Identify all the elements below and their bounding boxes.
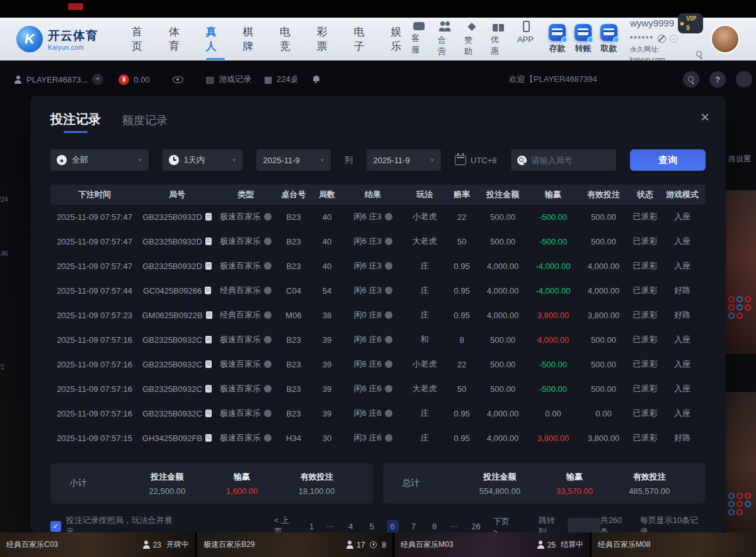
cell-play-text: 大老虎 [413,383,437,394]
nav-item[interactable]: 首页 [131,21,152,57]
quick-action[interactable]: 合营 [438,21,453,57]
quick-action[interactable]: APP [517,21,534,57]
info-icon[interactable] [264,360,272,368]
copy-icon[interactable] [205,238,212,245]
info-icon[interactable] [264,385,272,393]
viewers-icon [537,541,545,549]
tables-button[interactable]: ▦ 224桌 [264,74,299,85]
info-icon[interactable] [385,385,392,393]
refresh-circle-icon[interactable]: v [670,35,678,43]
cell-table: H34 [276,434,311,443]
copy-icon[interactable] [206,311,212,319]
info-icon[interactable] [264,262,272,270]
page-button[interactable]: 7 [408,520,420,533]
cell-rounds: 39 [311,384,343,394]
nav-item[interactable]: 娱乐 [390,21,411,57]
info-icon[interactable] [385,410,392,417]
info-icon[interactable] [385,287,392,294]
copy-icon[interactable] [205,434,212,442]
page-button[interactable]: 1 [306,520,318,533]
cell-type-text: 极速百家乐 [220,359,261,370]
page-button[interactable]: 8 [428,520,440,533]
info-icon[interactable] [385,434,392,442]
wallet-action[interactable]: 取款 [600,24,617,54]
balance-chip[interactable]: ¥ 0.00 [118,74,149,85]
page-button[interactable]: 6 [387,520,399,533]
eye-off-icon[interactable] [658,35,666,43]
info-icon[interactable] [385,360,392,368]
round-search-input[interactable] [532,156,610,165]
spade-icon: ♠ [57,155,67,165]
chevron-down-icon: ▼ [92,74,103,85]
cell-round: GB2325B0932C [139,335,215,345]
info-icon[interactable] [264,213,272,221]
info-icon[interactable] [264,336,272,343]
cell-mode: 入座 [662,408,703,419]
query-button[interactable]: 查询 [630,149,706,171]
range-select[interactable]: 1天内 ▼ [163,149,243,171]
nav-item[interactable]: 电竞 [279,21,301,57]
copy-icon[interactable] [205,336,212,343]
page-button[interactable]: 4 [345,520,357,533]
bell-icon[interactable] [312,76,320,83]
page-button[interactable]: 26 [467,520,484,533]
live-table-tile[interactable]: 经典百家乐M082 [592,532,756,557]
copy-icon[interactable] [205,213,212,221]
avatar[interactable] [711,25,740,54]
live-table-tile[interactable]: 经典百家乐C0323开牌中 [0,532,195,557]
cell-odds: 22 [446,212,478,222]
nav-item[interactable]: 电子 [353,21,374,57]
wallet-action[interactable]: 存款 [549,24,566,54]
page-button[interactable]: 5 [365,520,377,533]
help-button[interactable]: ? [709,71,726,88]
cell-status-text: 已派彩 [633,334,658,345]
search-icon[interactable] [696,50,703,58]
cell-status-text: 已派彩 [633,383,658,394]
cell-play: 庄 [403,408,446,419]
info-icon[interactable] [385,311,392,319]
copy-icon[interactable] [205,287,211,294]
quick-action[interactable]: ◆赞助 [464,21,479,57]
game-record-button[interactable]: ▤ 游戏记录 [206,74,251,85]
tab-quota-records[interactable]: 额度记录 [122,113,168,133]
wallet-action[interactable]: 转账 [575,24,592,54]
info-icon[interactable] [385,238,392,245]
cell-play-text: 庄 [421,260,429,272]
date-from-select[interactable]: 2025-11-9 ▼ [256,149,331,171]
brand-logo[interactable]: K 开云体育 Kaiyun.com [16,26,110,52]
info-icon[interactable] [264,238,272,245]
tab-bet-records[interactable]: 投注记录 [50,111,101,133]
quick-action[interactable]: 客服 [411,21,427,57]
user-block: wywy9999 ◆VIP 9 ****** v 永久网址: kaiyun.co… [630,13,703,65]
copy-icon[interactable] [205,262,212,270]
date-to-select[interactable]: 2025-11-9 ▼ [367,149,441,171]
quick-action[interactable]: 优惠 [491,21,506,57]
lobby-search-button[interactable] [683,71,699,88]
cell-bet: 500.00 [478,212,528,222]
nav-item[interactable]: 真人 [205,21,226,57]
info-icon[interactable] [264,311,272,319]
info-icon[interactable] [385,336,392,343]
info-icon[interactable] [264,287,272,294]
info-icon[interactable] [385,262,392,270]
to-label: 到 [345,154,353,166]
nav-item[interactable]: 彩票 [316,21,338,57]
merge-checkbox[interactable]: ✓ [50,521,61,532]
round-search-field[interactable] [511,149,617,171]
info-icon[interactable] [385,213,392,221]
category-select[interactable]: ♠ 全部 ▼ [50,149,149,171]
copy-icon[interactable] [205,410,212,417]
balance-eye-icon[interactable] [173,76,183,83]
roadmap-dots [728,296,756,319]
live-table-tile[interactable]: 极速百家乐B29178 [197,532,392,557]
player-chip[interactable]: PLAYER46873... ▼ [14,74,103,85]
info-icon[interactable] [264,434,272,442]
copy-icon[interactable] [205,360,212,368]
live-table-tile[interactable]: 经典百家乐M0325结算中 [394,532,590,557]
nav-item[interactable]: 体育 [168,21,190,57]
nav-item[interactable]: 棋牌 [242,21,263,57]
close-icon[interactable]: × [701,110,709,125]
edge-button[interactable] [736,71,752,88]
info-icon[interactable] [264,410,272,417]
copy-icon[interactable] [205,385,212,393]
